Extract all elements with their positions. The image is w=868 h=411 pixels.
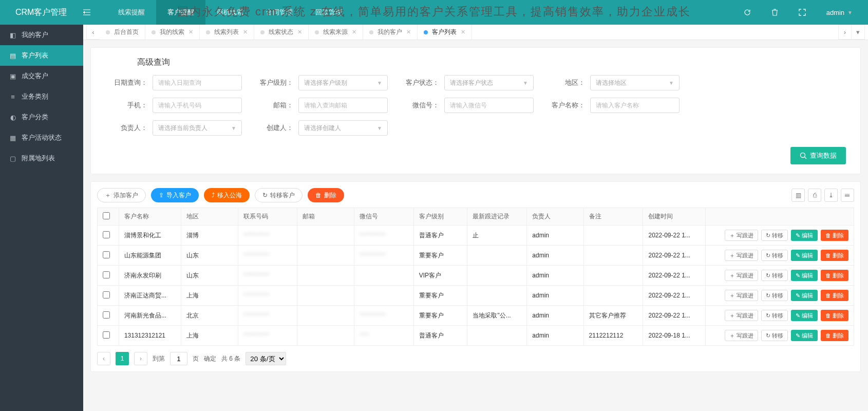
input-phone[interactable] bbox=[153, 98, 242, 113]
columns-icon[interactable]: ▥ bbox=[791, 189, 805, 202]
tab-close-icon[interactable]: ✕ bbox=[352, 29, 356, 35]
checkbox-all[interactable] bbox=[103, 212, 110, 219]
row-transfer-button[interactable]: ↻转移 bbox=[761, 330, 788, 341]
sidebar-item-2[interactable]: ▣成交客户 bbox=[0, 66, 83, 86]
row-delete-button[interactable]: 🗑删除 bbox=[821, 250, 848, 261]
th-level[interactable]: 客户级别 bbox=[413, 208, 467, 226]
pager-goto-input[interactable] bbox=[170, 352, 187, 365]
settings-icon[interactable]: ⩸ bbox=[841, 189, 854, 202]
query-button[interactable]: 查询数据 bbox=[790, 147, 846, 164]
row-delete-button[interactable]: 🗑删除 bbox=[821, 230, 848, 241]
fullscreen-icon[interactable] bbox=[799, 9, 806, 16]
th-time[interactable]: 创建时间 bbox=[643, 208, 705, 226]
row-checkbox[interactable] bbox=[103, 311, 110, 319]
export-icon[interactable]: ⤓ bbox=[824, 189, 838, 202]
tab-1[interactable]: 我的线索✕ bbox=[145, 25, 200, 40]
row-delete-button[interactable]: 🗑删除 bbox=[821, 310, 848, 321]
import-customer-button[interactable]: ⇪导入客户 bbox=[151, 188, 199, 202]
tabs-next[interactable]: › bbox=[838, 25, 852, 40]
sidebar-item-4[interactable]: ◐客户分类 bbox=[0, 107, 83, 127]
tab-2[interactable]: 线索列表✕ bbox=[200, 25, 254, 40]
topnav-item-0[interactable]: 线索提醒 bbox=[107, 0, 156, 25]
topnav-item-4[interactable]: 回款管理 bbox=[304, 0, 353, 25]
tab-close-icon[interactable]: ✕ bbox=[297, 29, 302, 35]
th-name[interactable]: 客户名称 bbox=[119, 208, 181, 226]
input-date[interactable] bbox=[153, 75, 242, 90]
select-level[interactable]: 请选择客户级别▼ bbox=[298, 75, 388, 90]
th-wechat[interactable]: 微信号 bbox=[354, 208, 413, 226]
row-transfer-button[interactable]: ↻转移 bbox=[761, 270, 788, 281]
user-menu[interactable]: admin ▼ bbox=[826, 9, 853, 16]
tab-5[interactable]: 我的客户✕ bbox=[363, 25, 418, 40]
row-delete-button[interactable]: 🗑删除 bbox=[821, 330, 848, 341]
sidebar-item-0[interactable]: ◧我的客户 bbox=[0, 25, 83, 45]
row-transfer-button[interactable]: ↻转移 bbox=[761, 290, 788, 301]
pager-prev[interactable]: ‹ bbox=[97, 352, 110, 365]
tab-close-icon[interactable]: ✕ bbox=[461, 29, 465, 35]
th-area[interactable]: 地区 bbox=[181, 208, 238, 226]
tab-0[interactable]: 后台首页 bbox=[100, 25, 145, 40]
row-checkbox[interactable] bbox=[103, 271, 110, 278]
tab-close-icon[interactable]: ✕ bbox=[243, 29, 248, 35]
row-checkbox[interactable] bbox=[103, 291, 110, 298]
select-owner[interactable]: 请选择当前负责人▼ bbox=[153, 120, 242, 136]
sidebar-item-3[interactable]: ≡业务类别 bbox=[0, 86, 83, 107]
tab-4[interactable]: 线索来源✕ bbox=[309, 25, 363, 40]
row-followup-button[interactable]: ＋写跟进 bbox=[725, 270, 758, 281]
sidebar-item-1[interactable]: ▤客户列表 bbox=[0, 45, 83, 66]
topnav-item-1[interactable]: 客户提醒 bbox=[156, 0, 205, 25]
th-phone[interactable]: 联系号码 bbox=[238, 208, 297, 226]
th-owner[interactable]: 负责人 bbox=[527, 208, 583, 226]
row-edit-button[interactable]: ✎编辑 bbox=[791, 250, 818, 261]
pager-size-select[interactable]: 20 条/页 bbox=[246, 352, 286, 365]
pager-confirm[interactable]: 确定 bbox=[204, 354, 216, 363]
sidebar-item-6[interactable]: ▢附属地列表 bbox=[0, 148, 83, 169]
row-followup-button[interactable]: ＋写跟进 bbox=[725, 330, 758, 341]
row-transfer-button[interactable]: ↻转移 bbox=[761, 310, 788, 321]
row-transfer-button[interactable]: ↻转移 bbox=[761, 250, 788, 261]
select-creator[interactable]: 请选择创建人▼ bbox=[298, 120, 388, 136]
input-wechat[interactable] bbox=[444, 98, 534, 113]
row-followup-button[interactable]: ＋写跟进 bbox=[725, 230, 758, 241]
row-checkbox[interactable] bbox=[103, 231, 110, 238]
print-icon[interactable]: ⎙ bbox=[808, 189, 821, 202]
row-edit-button[interactable]: ✎编辑 bbox=[791, 310, 818, 321]
row-followup-button[interactable]: ＋写跟进 bbox=[725, 290, 758, 301]
row-checkbox[interactable] bbox=[103, 251, 110, 258]
row-edit-button[interactable]: ✎编辑 bbox=[791, 230, 818, 241]
delete-button[interactable]: 🗑删除 bbox=[308, 188, 344, 202]
to-public-button[interactable]: ⤴移入公海 bbox=[204, 188, 250, 202]
input-name[interactable] bbox=[590, 98, 680, 113]
row-transfer-button[interactable]: ↻转移 bbox=[761, 230, 788, 241]
tab-close-icon[interactable]: ✕ bbox=[406, 29, 411, 35]
row-delete-button[interactable]: 🗑删除 bbox=[821, 290, 848, 301]
input-email[interactable] bbox=[298, 98, 388, 113]
row-edit-button[interactable]: ✎编辑 bbox=[791, 330, 818, 341]
row-followup-button[interactable]: ＋写跟进 bbox=[725, 250, 758, 261]
tab-close-icon[interactable]: ✕ bbox=[188, 29, 193, 35]
th-follow[interactable]: 最新跟进记录 bbox=[467, 208, 527, 226]
tab-3[interactable]: 线索状态✕ bbox=[254, 25, 309, 40]
transfer-customer-button[interactable]: ↻转移客户 bbox=[255, 188, 303, 202]
select-area[interactable]: 请选择地区▼ bbox=[590, 75, 680, 90]
topnav-item-3[interactable]: 合同管理 bbox=[255, 0, 304, 25]
th-remark[interactable]: 备注 bbox=[583, 208, 643, 226]
tabs-menu[interactable]: ▾ bbox=[852, 25, 865, 40]
row-edit-button[interactable]: ✎编辑 bbox=[791, 290, 818, 301]
tabs-prev[interactable]: ‹ bbox=[86, 25, 100, 40]
tab-6[interactable]: 客户列表✕ bbox=[418, 25, 472, 40]
refresh-icon[interactable] bbox=[744, 9, 751, 16]
select-status[interactable]: 请选择客户状态▼ bbox=[444, 75, 534, 90]
row-checkbox[interactable] bbox=[103, 331, 110, 339]
sidebar-item-5[interactable]: ▦客户活动状态 bbox=[0, 127, 83, 148]
row-edit-button[interactable]: ✎编辑 bbox=[791, 270, 818, 281]
pager-page-1[interactable]: 1 bbox=[116, 352, 129, 365]
sidebar-toggle[interactable] bbox=[83, 9, 107, 15]
trash-icon[interactable] bbox=[771, 9, 778, 16]
topnav-item-2[interactable]: 商机线索 bbox=[205, 0, 255, 25]
th-email[interactable]: 邮箱 bbox=[297, 208, 354, 226]
add-customer-button[interactable]: ＋添加客户 bbox=[97, 188, 146, 202]
pager-next[interactable]: › bbox=[134, 352, 147, 365]
row-delete-button[interactable]: 🗑删除 bbox=[821, 270, 848, 281]
row-followup-button[interactable]: ＋写跟进 bbox=[725, 310, 758, 321]
